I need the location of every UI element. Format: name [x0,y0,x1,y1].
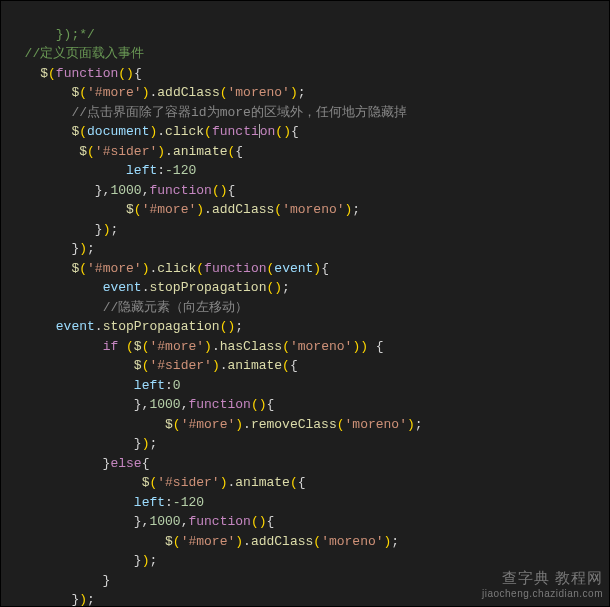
cursor [259,124,260,138]
code-line: }); [9,241,95,256]
code-line: //定义页面载入事件 [9,46,144,61]
code-editor: });*/ //定义页面载入事件 $(function(){ $('#more'… [1,1,609,607]
code-line: if ($('#more').hasClass('moreno')) { [9,339,384,354]
code-line: } [9,573,110,588]
code-line: $('#sider').animate({ [9,475,306,490]
code-line: left:0 [9,378,181,393]
code-line: }); [9,592,95,607]
code-line: }); [9,436,157,451]
code-line: },1000,function(){ [9,514,274,529]
code-line: $('#sider').animate({ [9,358,298,373]
code-line: event.stopPropagation(); [9,280,290,295]
code-line: }else{ [9,456,149,471]
code-line: }); [9,222,118,237]
code-line: $('#more').addClass('moreno'); [9,85,306,100]
code-line: },1000,function(){ [9,397,274,412]
code-line: event.stopPropagation(); [9,319,243,334]
code-line: $('#more').addClass('moreno'); [9,202,360,217]
code-line: left:-120 [9,163,196,178]
code-line: //隐藏元素（向左移动） [9,300,248,315]
code-line: $('#more').removeClass('moreno'); [9,417,423,432]
code-line: $('#more').click(function(event){ [9,261,329,276]
code-line: $('#sider').animate({ [9,144,243,159]
code-line: //点击界面除了容器id为more的区域外，任何地方隐藏掉 [9,105,407,120]
code-line: $(function(){ [9,66,142,81]
code-line: $(document).click(function(){ [9,124,299,139]
code-line: }); [9,553,157,568]
code-line: });*/ [9,27,95,42]
code-line: $('#more').addClass('moreno'); [9,534,399,549]
code-line: },1000,function(){ [9,183,235,198]
code-line: left:-120 [9,495,204,510]
